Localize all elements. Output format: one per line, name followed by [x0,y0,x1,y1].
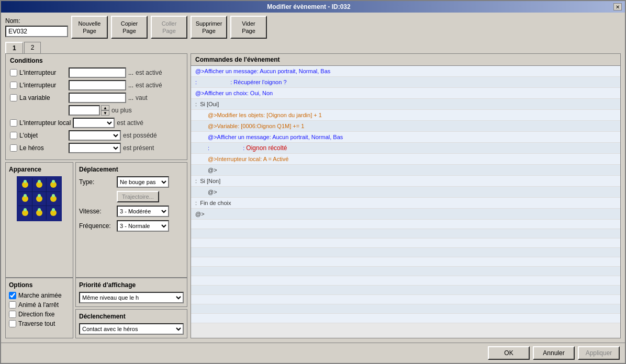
nouvelle-page-button[interactable]: NouvellePage [71,16,108,39]
cond4-suffix: ou plus [111,107,132,114]
tab-1[interactable]: 1 [5,42,23,53]
cmd-row[interactable]: @>Modifier les objets: [Oignon du jardin… [191,110,620,121]
speed-select[interactable]: 1 - Très lente 2 - Lente 3 - Modérée 4 -… [117,206,169,217]
spin-input[interactable] [69,105,100,116]
condition-row-1: L'interrupteur ... est activé [10,67,183,78]
anime-arret-checkbox[interactable] [9,301,16,309]
appearance-section: Apparence [5,162,73,278]
type-select[interactable]: Ne bouge pas Aléatoire Vers le héros Loi… [117,176,169,188]
cmd-row: : : Oignon récolté [191,143,620,154]
left-panel: Conditions L'interrupteur ... est activé… [5,53,187,338]
speed-row: Vitesse: 1 - Très lente 2 - Lente 3 - Mo… [79,206,184,217]
spin-up[interactable]: ▲ [101,105,109,110]
cond2-checkbox[interactable] [10,82,17,89]
cond7-suffix: est présent [123,144,154,152]
sprite-preview[interactable] [17,176,62,221]
cmd-row: @> [191,187,620,198]
cond3-dots: ... [128,94,133,101]
cmd-row: : Si [Oui] [191,99,620,110]
conditions-section: Conditions L'interrupteur ... est activé… [5,53,187,160]
cmd-row-empty [191,220,620,229]
direction-fixe-checkbox[interactable] [9,311,16,318]
cond5-checkbox[interactable] [10,119,17,127]
close-button[interactable]: ✕ [613,3,622,10]
apply-button[interactable]: Appliquer [578,346,620,360]
cmd-row-empty [191,229,620,238]
marche-animee-label: Marche animée [18,292,62,299]
title-bar: Modifier évènement - ID:032 ✕ [1,1,625,13]
opt-anime: Animé à l'arrêt [9,301,70,309]
cmd-row-empty [191,314,620,323]
movement-section: Déplacement Type: Ne bouge pas Aléatoire… [75,162,187,278]
cond1-checkbox[interactable] [10,69,17,76]
svg-point-14 [38,194,41,197]
marche-animee-checkbox[interactable] [9,292,16,299]
commands-title: Commandes de l'évènement [191,54,620,66]
traj-row: Trajectoire... [79,191,184,202]
priority-title: Priorité d'affichage [79,281,184,289]
ok-button[interactable]: OK [488,346,530,360]
nom-group: Nom: [5,17,68,37]
cond5-select[interactable]: A B C [73,118,115,128]
cond2-label: L'interrupteur [19,82,66,89]
cond6-select[interactable] [69,130,121,141]
condition-row-4: ▲ ▼ ou plus [10,105,183,116]
movement-title: Déplacement [79,166,184,173]
cond6-suffix: est possédé [123,132,157,139]
right-panel: Commandes de l'évènement @>Afficher un m… [191,53,621,338]
copier-page-button[interactable]: CopierPage [111,16,148,39]
cmd-row-empty [191,304,620,314]
cmd-row[interactable]: @>Interrupteur local: A = Activé [191,154,620,165]
traverse-tout-checkbox[interactable] [9,320,16,327]
condition-row-6: L'objet est possédé [10,130,183,141]
svg-point-6 [24,180,27,183]
cond3-input[interactable] [69,93,126,103]
trajectoire-button[interactable]: Trajectoire... [117,191,159,202]
spin-wrapper: ▲ ▼ [69,105,109,116]
svg-point-10 [52,180,55,183]
options-row: Options Marche animée Animé à l'arrêt Di… [5,278,187,338]
tab-2[interactable]: 2 [24,42,41,53]
cond7-checkbox[interactable] [10,144,17,152]
cancel-button[interactable]: Annuler [533,346,575,360]
coller-page-button[interactable]: CollerPage [151,16,187,39]
trigger-select[interactable]: Touche action Contact avec le héros Cont… [79,323,184,335]
trigger-section: Déclenchement Touche action Contact avec… [75,309,187,338]
cmd-row[interactable]: @>Variable: [0006:Oignon Q1M] += 1 [191,121,620,132]
cond1-input[interactable] [69,67,126,78]
cmd-row[interactable]: @>Afficher un choix: Oui, Non [191,88,620,99]
cmd-row[interactable]: @>Afficher un message: Aucun portrait, N… [191,132,620,143]
svg-point-20 [38,208,41,211]
freq-select[interactable]: 1 - Très basse 2 - Basse 3 - Normale 4 -… [117,220,169,232]
type-row: Type: Ne bouge pas Aléatoire Vers le hér… [79,176,184,188]
spin-down[interactable]: ▼ [101,110,109,116]
cond5-label: L'interrupteur local [19,119,71,127]
cmd-row-empty [191,295,620,304]
commands-list: @>Afficher un message: Aucun portrait, N… [191,66,620,338]
cond3-label: La variable [19,94,66,101]
cond3-suffix: vaut [136,94,148,101]
toolbar: Nom: NouvellePage CopierPage CollerPage … [1,13,625,42]
supprimer-page-button[interactable]: SupprimerPage [191,16,227,39]
type-label: Type: [79,178,115,186]
cond2-suffix: est activé [136,82,162,89]
cmd-row-empty [191,257,620,267]
conditions-title: Conditions [10,57,183,64]
footer: OK Annuler Appliquer [1,343,625,363]
cmd-row[interactable]: @>Afficher un message: Aucun portrait, N… [191,66,620,77]
cond2-input[interactable] [69,80,126,90]
cond1-dots: ... [128,69,133,76]
nom-input[interactable] [5,26,68,37]
bottom-sections: Apparence [5,162,187,278]
cond7-select[interactable] [69,143,121,153]
priority-select[interactable]: En dessous du héros Même niveau que le h… [79,292,184,303]
appearance-title: Apparence [9,166,70,173]
main-window: Modifier évènement - ID:032 ✕ Nom: Nouve… [0,0,626,364]
svg-point-8 [38,180,41,183]
cmd-row: : Fin de choix [191,198,620,209]
cond6-checkbox[interactable] [10,132,17,139]
cond5-suffix: est activé [117,119,143,127]
cond1-label: L'interrupteur [19,69,66,76]
cond3-checkbox[interactable] [10,94,17,101]
vider-page-button[interactable]: ViderPage [230,16,267,39]
